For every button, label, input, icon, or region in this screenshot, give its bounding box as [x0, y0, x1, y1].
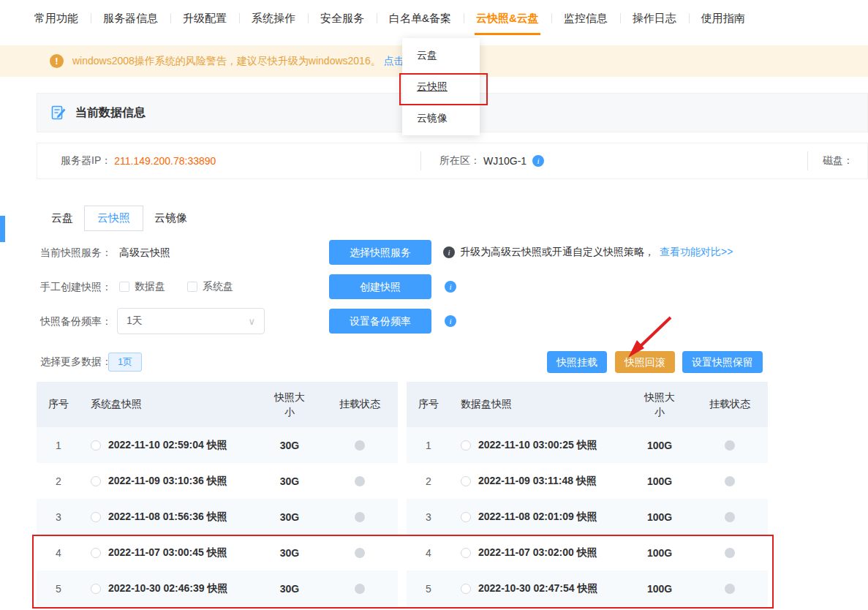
- radio-icon[interactable]: [461, 476, 471, 486]
- mount-status-cell: [692, 584, 768, 594]
- nav-item[interactable]: 云快照&云盘: [464, 0, 551, 37]
- snapshot-name-cell: 2022-11-07 03:00:45 快照: [80, 546, 257, 560]
- table-row: 12022-11-10 03:00:25 快照100G: [407, 427, 768, 463]
- table-header-row: 序号系统盘快照快照大小挂载状态: [37, 382, 398, 427]
- mount-status-icon: [725, 548, 735, 558]
- create-snapshot-info-icon[interactable]: i: [445, 281, 456, 293]
- zone-label: 所在区：: [439, 154, 480, 167]
- table-row: 22022-11-09 03:11:48 快照100G: [407, 463, 768, 499]
- zone-info-icon[interactable]: i: [532, 155, 544, 167]
- dropdown-item[interactable]: 云盘: [402, 39, 480, 71]
- zone-col: 所在区： WJ10G-1 i: [421, 143, 807, 178]
- table-row: 52022-10-30 02:47:54 快照100G: [407, 571, 768, 606]
- disk-tabs: 云盘云快照云镜像: [40, 206, 198, 231]
- snapshot-name-cell: 2022-11-09 03:10:36 快照: [80, 475, 257, 488]
- radio-icon[interactable]: [461, 512, 471, 522]
- mount-status-cell: [322, 548, 398, 558]
- nav-item[interactable]: 操作日志: [620, 0, 689, 37]
- snapshot-name: 2022-11-07 03:02:00 快照: [478, 546, 597, 560]
- table-row: 42022-11-07 03:00:45 快照30G: [37, 535, 398, 571]
- mount-status-icon: [725, 512, 735, 522]
- set-backup-frequency-button[interactable]: 设置备份频率: [329, 309, 431, 334]
- frequency-info-icon[interactable]: i: [445, 315, 456, 327]
- nav-item[interactable]: 服务器信息: [91, 0, 170, 37]
- radio-icon[interactable]: [91, 548, 101, 558]
- create-snapshot-button[interactable]: 创建快照: [329, 274, 431, 299]
- radio-icon[interactable]: [91, 440, 101, 451]
- snapshot-mount-button[interactable]: 快照挂载: [547, 351, 607, 373]
- snapshot-name-cell: 2022-10-30 02:46:39 快照: [80, 582, 257, 595]
- radio-icon[interactable]: [461, 584, 471, 594]
- left-edge-strip[interactable]: [0, 216, 5, 242]
- snapshot-name: 2022-11-10 03:00:25 快照: [478, 439, 597, 452]
- feature-compare-link[interactable]: 查看功能对比>>: [660, 246, 733, 259]
- snapshot-name-cell: 2022-11-07 03:02:00 快照: [450, 546, 627, 560]
- top-nav: 常用功能服务器信息升级配置系统操作安全服务白名单&备案云快照&云盘监控信息操作日…: [0, 0, 868, 37]
- manual-snapshot-row: 手工创建快照： 数据盘 系统盘 创建快照 i: [0, 274, 868, 300]
- nav-item[interactable]: 系统操作: [239, 0, 308, 37]
- info-icon: i: [443, 246, 455, 258]
- nav-item[interactable]: 安全服务: [308, 0, 377, 37]
- dropdown-item[interactable]: 云镜像: [402, 102, 480, 134]
- data-disk-table: 序号数据盘快照快照大小挂载状态 12022-11-10 03:00:25 快照1…: [407, 382, 768, 606]
- nav-item[interactable]: 常用功能: [22, 0, 91, 37]
- table-body: 12022-11-10 02:59:04 快照30G22022-11-09 03…: [37, 427, 398, 606]
- snapshot-name: 2022-10-30 02:47:54 快照: [478, 582, 597, 595]
- snapshot-name-cell: 2022-11-10 02:59:04 快照: [80, 439, 257, 452]
- zone-value: WJ10G-1: [483, 155, 527, 167]
- system-disk-checkbox[interactable]: [187, 282, 197, 292]
- system-disk-table: 序号系统盘快照快照大小挂载状态 12022-11-10 02:59:04 快照3…: [37, 382, 398, 606]
- warning-icon: !: [50, 54, 64, 68]
- more-data-label: 选择更多数据：: [40, 350, 112, 373]
- column-header-label: 系统盘快照: [91, 398, 142, 410]
- radio-icon[interactable]: [461, 440, 471, 451]
- service-label: 当前快照服务：: [40, 239, 112, 266]
- mount-status-icon: [355, 512, 365, 522]
- mount-status-cell: [692, 548, 768, 558]
- nav-item[interactable]: 升级配置: [170, 0, 239, 37]
- dropdown-item[interactable]: 云快照: [402, 71, 480, 102]
- snapshot-rollback-button[interactable]: 快照回滚: [615, 351, 675, 373]
- snapshot-name-cell: 2022-11-08 01:56:36 快照: [80, 511, 257, 524]
- page-badge[interactable]: 1页: [108, 353, 142, 372]
- snapshot-name: 2022-11-07 03:00:45 快照: [108, 546, 227, 560]
- snapshot-retention-button[interactable]: 设置快照保留: [682, 351, 763, 373]
- nav-item[interactable]: 监控信息: [551, 0, 620, 37]
- snapshot-size: 30G: [257, 440, 322, 451]
- table-row: 42022-11-07 03:02:00 快照100G: [407, 535, 768, 571]
- snapshot-size: 30G: [257, 475, 322, 487]
- row-index: 4: [407, 547, 450, 559]
- mount-status-cell: [692, 512, 768, 522]
- row-index: 2: [407, 475, 450, 487]
- disk-label: 磁盘：: [823, 154, 853, 167]
- select-snapshot-service-button[interactable]: 选择快照服务: [329, 240, 431, 265]
- snapshot-size: 30G: [257, 547, 322, 559]
- column-header-label: 序号: [418, 398, 439, 410]
- tab[interactable]: 云镜像: [143, 206, 198, 231]
- toolbar-row: 选择更多数据： 1页 快照挂载 快照回滚 设置快照保留: [0, 350, 868, 373]
- snapshot-size: 100G: [627, 440, 692, 451]
- table-row: 52022-10-30 02:46:39 快照30G: [37, 571, 398, 606]
- snapshot-dropdown-menu: 云盘云快照云镜像: [402, 38, 480, 135]
- mount-status-cell: [322, 512, 398, 522]
- tab[interactable]: 云快照: [84, 206, 143, 231]
- warning-text: windows2008操作系统的风险警告，建议尽快升级为windows2016。: [72, 55, 381, 68]
- nav-item[interactable]: 使用指南: [689, 0, 758, 37]
- nav-item[interactable]: 白名单&备案: [377, 0, 464, 37]
- table-row: 32022-11-08 02:01:09 快照100G: [407, 499, 768, 535]
- mount-status-icon: [355, 548, 365, 558]
- tab[interactable]: 云盘: [40, 206, 84, 231]
- system-disk-checkbox-label: 系统盘: [203, 280, 233, 293]
- radio-icon[interactable]: [91, 476, 101, 486]
- server-info-row: 服务器IP： 211.149.200.78:33890 所在区： WJ10G-1…: [37, 143, 868, 179]
- snapshot-name: 2022-11-10 02:59:04 快照: [108, 439, 227, 452]
- data-disk-checkbox[interactable]: [119, 282, 129, 292]
- radio-icon[interactable]: [461, 548, 471, 558]
- frequency-select[interactable]: 1天 ∨: [117, 308, 265, 334]
- column-header-label: 数据盘快照: [461, 398, 512, 410]
- server-ip-label: 服务器IP：: [61, 154, 111, 167]
- snapshot-management-page: 常用功能服务器信息升级配置系统操作安全服务白名单&备案云快照&云盘监控信息操作日…: [0, 0, 868, 610]
- column-header: 快照大小: [257, 390, 322, 419]
- radio-icon[interactable]: [91, 584, 101, 594]
- radio-icon[interactable]: [91, 512, 101, 522]
